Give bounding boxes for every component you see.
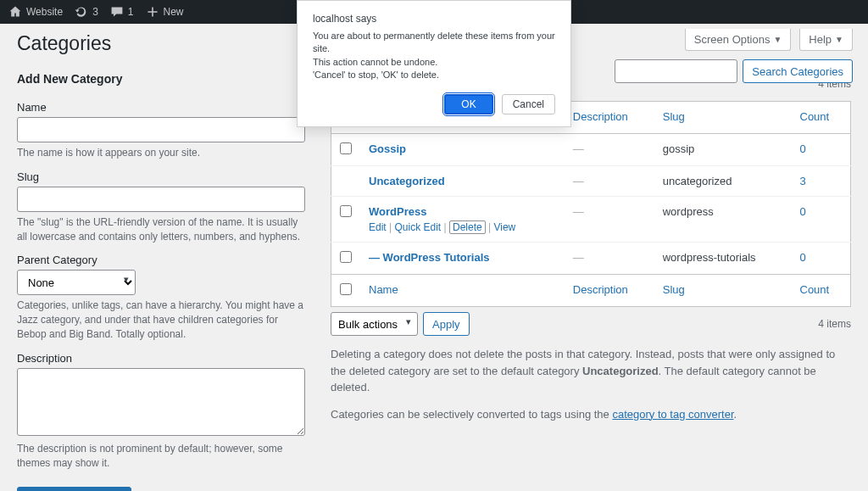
edit-link[interactable]: Edit	[369, 221, 387, 233]
quick-edit-link[interactable]: Quick Edit	[394, 221, 441, 233]
col-desc-footer[interactable]: Description	[573, 283, 628, 296]
dialog-line: You are about to permanently delete thes…	[313, 30, 555, 56]
adminbar-site-name: Website	[26, 6, 63, 18]
col-slug-footer[interactable]: Slug	[663, 283, 685, 296]
slug-value: gossip	[663, 142, 695, 155]
view-link[interactable]: View	[493, 221, 515, 233]
adminbar-new-label: New	[164, 6, 184, 18]
desc-input[interactable]	[17, 368, 305, 436]
desc-value: —	[573, 142, 584, 155]
slug-value: wordpress-tutorials	[663, 251, 756, 264]
info-text: Deleting a category does not delete the …	[331, 346, 851, 396]
parent-select[interactable]: None	[17, 270, 136, 295]
adminbar-new[interactable]: New	[146, 5, 184, 19]
refresh-icon	[75, 5, 88, 19]
slug-value: uncategorized	[663, 175, 732, 187]
col-count-header[interactable]: Count	[800, 110, 830, 123]
col-count-footer[interactable]: Count	[800, 283, 830, 296]
desc-value: —	[573, 175, 584, 187]
count-link[interactable]: 0	[800, 205, 806, 218]
screen-options-button[interactable]: Screen Options ▼	[685, 29, 792, 51]
search-button[interactable]: Search Categories	[743, 59, 853, 83]
name-help: The name is how it appears on your site.	[17, 146, 305, 160]
count-link[interactable]: 0	[800, 142, 806, 155]
dialog-ok-button[interactable]: OK	[444, 94, 492, 114]
plus-icon	[146, 5, 159, 19]
desc-value: —	[573, 205, 584, 218]
desc-label: Description	[17, 352, 305, 365]
name-label: Name	[17, 101, 305, 114]
info-text: Categories can be selectively converted …	[331, 406, 851, 423]
category-link[interactable]: — WordPress Tutorials	[369, 251, 490, 264]
table-row: — WordPress Tutorials — wordpress-tutori…	[331, 243, 851, 275]
comment-icon	[110, 5, 124, 19]
category-link[interactable]: WordPress	[369, 205, 426, 218]
add-category-button[interactable]: Add New Category	[17, 487, 131, 491]
chevron-down-icon: ▼	[835, 35, 843, 44]
slug-label: Slug	[17, 170, 305, 183]
col-slug-header[interactable]: Slug	[663, 110, 685, 123]
name-input[interactable]	[17, 117, 305, 142]
items-count: 4 items	[818, 318, 851, 330]
col-name-footer[interactable]: Name	[369, 283, 398, 296]
row-checkbox[interactable]	[340, 205, 352, 217]
form-heading: Add New Category	[17, 72, 305, 86]
slug-value: wordpress	[663, 205, 714, 218]
row-checkbox[interactable]	[340, 251, 352, 263]
desc-value: —	[573, 251, 584, 264]
adminbar-comments-count: 1	[128, 6, 134, 18]
adminbar-comments[interactable]: 1	[110, 5, 134, 19]
adminbar-updates-count: 3	[92, 6, 98, 18]
count-link[interactable]: 3	[800, 175, 806, 187]
confirm-dialog: localhost says You are about to permanen…	[297, 0, 571, 127]
dialog-title: localhost says	[313, 13, 555, 25]
search-input[interactable]	[615, 59, 737, 83]
chevron-down-icon: ▼	[773, 35, 782, 44]
dialog-line: 'Cancel' to stop, 'OK' to delete.	[313, 69, 555, 81]
slug-help: The "slug" is the URL-friendly version o…	[17, 215, 305, 244]
table-row: Gossip — gossip 0	[331, 134, 851, 166]
col-desc-header[interactable]: Description	[573, 110, 628, 123]
category-link[interactable]: Gossip	[369, 142, 406, 155]
dialog-cancel-button[interactable]: Cancel	[502, 94, 555, 114]
home-icon	[8, 5, 22, 19]
converter-link[interactable]: category to tag converter	[612, 408, 733, 421]
apply-button-bottom[interactable]: Apply	[423, 312, 470, 336]
help-button[interactable]: Help ▼	[799, 29, 853, 51]
table-row: Uncategorized — uncategorized 3	[331, 166, 851, 197]
slug-input[interactable]	[17, 187, 305, 212]
count-link[interactable]: 0	[800, 251, 806, 264]
delete-link[interactable]: Delete	[449, 220, 486, 234]
desc-help: The description is not prominent by defa…	[17, 442, 305, 471]
dialog-line: This action cannot be undone.	[313, 56, 555, 69]
parent-help: Categories, unlike tags, can have a hier…	[17, 299, 305, 341]
row-checkbox[interactable]	[340, 142, 352, 154]
bulk-actions-select-bottom[interactable]: Bulk actions	[331, 312, 418, 336]
parent-label: Parent Category	[17, 254, 305, 266]
categories-table: Name Description Slug Count Gossip — gos…	[331, 101, 851, 307]
table-row: WordPress Edit | Quick Edit | Delete | V…	[331, 197, 851, 243]
adminbar-updates[interactable]: 3	[75, 5, 98, 19]
category-link[interactable]: Uncategorized	[369, 175, 445, 187]
select-all-bottom[interactable]	[340, 283, 352, 295]
adminbar-site[interactable]: Website	[8, 5, 63, 19]
